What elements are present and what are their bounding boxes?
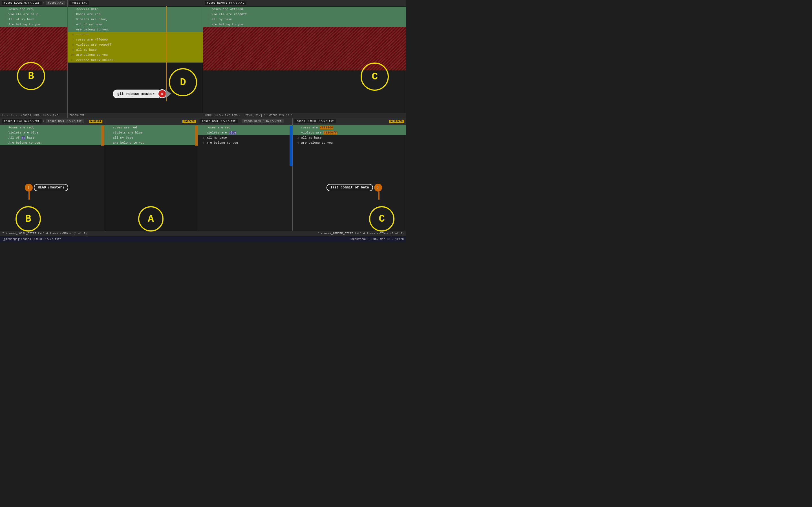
table-row: 1Roses are red, [0, 7, 67, 12]
table-row: 1Roses are red, [0, 125, 104, 130]
bottom-pane-3: roses_BASE_67777.txt › roses_REMOTE_6777… [198, 118, 293, 242]
top-pane-2: roses.txt 1<<<<<<< HEAD 2Roses are red, … [68, 0, 203, 118]
bottom-pane-2: bu02x23 1roses are red 2violets are blue… [104, 118, 198, 242]
table-row [0, 40, 67, 46]
table-row [0, 58, 67, 64]
table-row: 2Violets are blue, [0, 12, 67, 17]
bot-pane1-badge: bu02x23 [89, 120, 102, 123]
bot-pane1-header: roses_LOCAL_67777.txt › roses_BASE_67777… [0, 118, 104, 124]
top-pane3-content: 1roses are #ff0000 2violets are #0000ff … [203, 6, 406, 113]
table-row: 3all my base [203, 17, 406, 22]
table-row: 4are belong to you [293, 140, 406, 145]
table-row: 4are belong to you [203, 22, 406, 27]
table-row: 3all my base [293, 135, 406, 140]
circle-b-bottom: B [15, 206, 41, 231]
top-pane3-footer: <MOTE_67777.txt tex... utf-8[unix] 13 wo… [203, 113, 406, 118]
last-commit-pin: last commit of beta ! [326, 184, 382, 200]
table-row: 6======= [68, 32, 203, 37]
table-row: 1roses are #ff0000 [203, 7, 406, 12]
top-pane1-footer: N... N... ./roses_LOCAL_67777.txt [0, 113, 67, 118]
table-row: 4All of my base [68, 22, 203, 27]
top-pane-3: roses_REMOTE_67777.txt 1roses are #ff000… [203, 0, 406, 118]
bot-pane1-code: 1Roses are red, 2Violets are blue, 3All … [0, 124, 104, 146]
git-rebase-x-button[interactable]: ✕ [158, 89, 167, 98]
bot-pane2-header: bu02x23 [104, 118, 198, 124]
table-row [203, 46, 406, 52]
top-pane1-code: 1Roses are red, 2Violets are blue, 3All … [0, 6, 67, 71]
table-row [0, 33, 67, 40]
global-status-bar-2: [gitmerge]1:roses_REMOTE_67777.txt* Deep… [0, 236, 406, 242]
table-row [0, 52, 67, 58]
global-status-bar-1: "./roses_LOCAL_67777.txt" 4 lines --50%-… [0, 231, 406, 236]
table-row: 10are belong to you [68, 52, 203, 57]
table-row: 3Violets are blue, [68, 17, 203, 22]
table-row: 2violets are #0000ff [203, 12, 406, 17]
status-bar1-left: "./roses_LOCAL_67777.txt" 4 lines --50%-… [2, 232, 317, 235]
bot-pane2-content: 1roses are red 2violets are blue 3all my… [104, 124, 198, 237]
top-pane3-header: roses_REMOTE_67777.txt [203, 0, 406, 6]
table-row [203, 27, 406, 33]
table-row: 2violets are blue [198, 130, 292, 135]
top-pane2-tab[interactable]: roses.txt [69, 1, 89, 5]
table-row: 7roses are #ff0000 [68, 37, 203, 42]
top-pane1-header: roses_LOCAL_67777.txt › roses.txt › rose… [0, 0, 67, 6]
bot-pane3-tab2[interactable]: roses_REMOTE_67777.txt [242, 119, 284, 123]
circle-c-bottom: C [369, 206, 395, 231]
bot-pane3-content: 1roses are red 2violets are blue 3all my… [198, 124, 292, 237]
table-row: 1roses are red [104, 125, 198, 130]
bot-pane1-tab2[interactable]: roses_BASE_67777.txt [46, 119, 84, 123]
table-row: 4are belong to you [104, 140, 198, 145]
table-row: 1<<<<<<< HEAD [68, 7, 203, 12]
head-master-pin: ! HEAD (master) [25, 184, 68, 200]
top-pane2-footer: roses.txt [68, 113, 203, 118]
table-row: 3all my base [104, 135, 198, 140]
pin-exclamation-icon: ! [374, 184, 382, 191]
status-bar1-right: "./roses_REMOTE_67777.txt" 4 lines --75%… [317, 232, 404, 235]
table-row [203, 64, 406, 70]
table-row: 4are belong to you [198, 140, 292, 145]
table-row: 3all my base [198, 135, 292, 140]
table-row: 3All of my base [0, 135, 104, 140]
table-row [203, 52, 406, 58]
table-row [0, 46, 67, 52]
bot-pane4-content: 1roses are #ff0000 2violets are #0000ff … [293, 124, 406, 237]
table-row: 2violets are blue [104, 130, 198, 135]
table-row: 5Are belong to you. [68, 27, 203, 32]
table-row: 9all my base [68, 47, 203, 52]
top-pane1-tab1[interactable]: roses_LOCAL_67777.txt [2, 1, 42, 5]
bot-pane4-header: roses_REMOTE_67777.txt bu101x23 [293, 118, 406, 124]
bot-pane3-header: roses_BASE_67777.txt › roses_REMOTE_6777… [198, 118, 292, 124]
table-row [0, 27, 67, 33]
top-pane2-content: 1<<<<<<< HEAD 2Roses are red, 3Violets a… [68, 6, 203, 113]
table-row: 3All of my base [0, 17, 67, 22]
table-row: 2Roses are red, [68, 12, 203, 17]
bottom-pane-1: roses_LOCAL_67777.txt › roses_BASE_67777… [0, 118, 104, 242]
table-row [203, 58, 406, 64]
last-commit-label: last commit of beta [326, 184, 373, 191]
top-pane3-tab[interactable]: roses_REMOTE_67777.txt [205, 1, 246, 5]
table-row: 2violets are #0000ff [293, 130, 406, 135]
bot-pane3-tab1[interactable]: roses_BASE_67777.txt [200, 119, 238, 123]
top-pane2-code: 1<<<<<<< HEAD 2Roses are red, 3Violets a… [68, 6, 203, 63]
status-bar2-left: [gitmerge]1:roses_REMOTE_67777.txt* [2, 238, 61, 241]
top-pane1-tab2[interactable]: roses.txt [46, 1, 65, 5]
table-row: 8violets are #0000ff [68, 42, 203, 47]
git-rebase-button[interactable]: git rebase master ✕ [113, 89, 171, 98]
status-bar2-right: DeepDvorak • Sun, Mar 05 - 12:28 [350, 238, 404, 241]
bot-pane1-tab1[interactable]: roses_LOCAL_67777.txt [2, 119, 42, 123]
table-row [203, 33, 406, 40]
git-rebase-label: git rebase master [113, 90, 159, 98]
circle-d-top: D [169, 68, 197, 96]
bot-pane1-content: 1Roses are red, 2Violets are blue, 3All … [0, 124, 104, 237]
bot-pane4-tab[interactable]: roses_REMOTE_67777.txt [294, 119, 336, 123]
head-master-label: HEAD (master) [34, 184, 68, 191]
pin-icon: ! [25, 184, 33, 191]
table-row: 2Violets are blue, [0, 130, 104, 135]
top-half: roses_LOCAL_67777.txt › roses.txt › rose… [0, 0, 406, 118]
circle-a-bottom: A [138, 206, 163, 231]
top-pane1-content: 1Roses are red, 2Violets are blue, 3All … [0, 6, 67, 113]
table-row: 4Are belong to you. [0, 22, 67, 27]
bottom-half: roses_LOCAL_67777.txt › roses_BASE_67777… [0, 118, 406, 242]
bot-pane3-code: 1roses are red 2violets are blue 3all my… [198, 124, 292, 146]
top-pane-1: roses_LOCAL_67777.txt › roses.txt › rose… [0, 0, 68, 118]
